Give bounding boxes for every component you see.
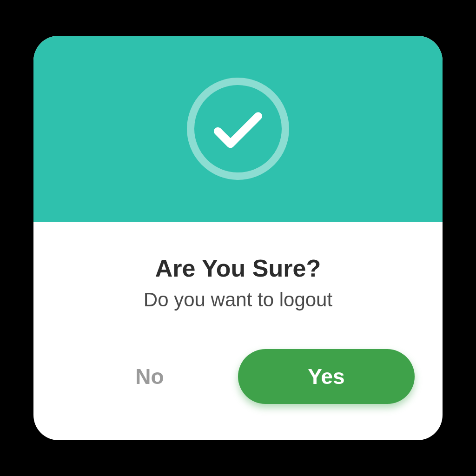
dialog-message: Do you want to logout <box>144 289 332 311</box>
dialog-body: Are You Sure? Do you want to logout No Y… <box>33 222 443 440</box>
confirmation-dialog: Are You Sure? Do you want to logout No Y… <box>33 36 443 440</box>
dialog-actions: No Yes <box>33 349 443 440</box>
dialog-title: Are You Sure? <box>155 254 321 282</box>
yes-button[interactable]: Yes <box>238 349 415 404</box>
no-button[interactable]: No <box>61 350 238 403</box>
dialog-header <box>33 36 443 222</box>
checkmark-circle-icon <box>187 78 289 180</box>
